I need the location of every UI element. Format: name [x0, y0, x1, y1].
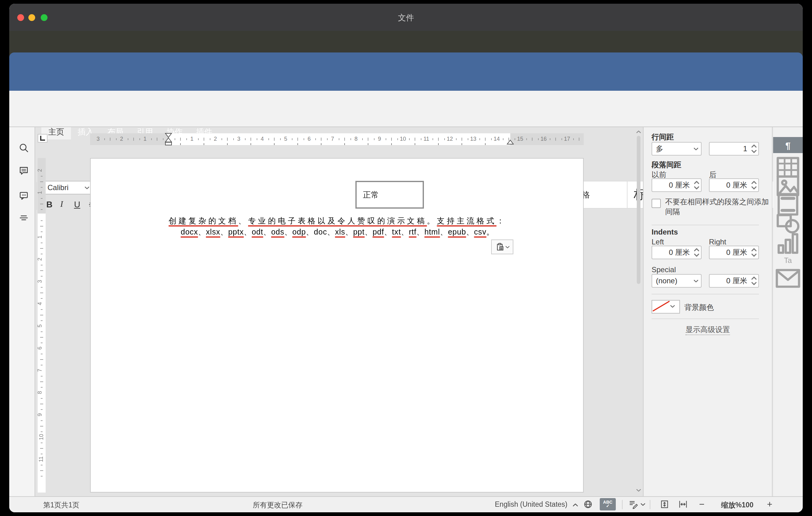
text-run: 。 — [486, 228, 494, 236]
special-value: (none) — [652, 277, 694, 285]
advanced-settings-link[interactable]: 显示高级设置 — [686, 325, 730, 335]
document-page[interactable]: 创建复杂的文档、专业的电子表格以及令人赞叹的演示文稿。支持主流格式： docx、… — [90, 158, 584, 492]
horizontal-ruler[interactable]: 3211234567891011121314151617 — [90, 133, 584, 145]
ruler-tick — [391, 138, 392, 141]
indent-markers-icon[interactable] — [165, 133, 172, 146]
spinner-icon[interactable] — [750, 248, 758, 257]
line-spacing-select[interactable]: 多 — [651, 142, 701, 155]
text-run: 、 — [345, 228, 353, 236]
comments-icon[interactable] — [19, 165, 29, 176]
ruler-number: 1 — [190, 136, 194, 142]
text-run: 、 — [384, 228, 392, 236]
line-spacing-amount[interactable]: 1 — [709, 142, 759, 155]
spacing-after-field[interactable]: 0 厘米 — [709, 178, 759, 192]
line-spacing-label: 行间距 — [651, 132, 674, 143]
zoom-out-button[interactable]: − — [699, 499, 705, 509]
divider — [651, 318, 759, 319]
ruler-tick — [40, 181, 43, 182]
spinner-icon[interactable] — [750, 180, 758, 190]
ruler-tick — [221, 138, 222, 140]
special-select[interactable]: (none) — [651, 274, 701, 288]
spinner-icon[interactable] — [692, 248, 701, 257]
scrollbar-thumb[interactable] — [637, 136, 640, 284]
ruler-number: 2 — [120, 136, 123, 142]
text-run: odp — [292, 228, 306, 236]
ruler-tick — [133, 138, 134, 141]
zoom-in-button[interactable]: + — [767, 499, 773, 509]
left-sidebar — [9, 127, 35, 496]
language-selector[interactable]: English (United States) — [495, 500, 567, 508]
ruler-tick — [40, 448, 43, 449]
text-run: 、 — [220, 228, 228, 236]
ruler-tick — [186, 138, 187, 140]
background-color-button[interactable] — [651, 300, 680, 314]
spacing-before-field[interactable]: 0 厘米 — [651, 178, 701, 192]
ruler-tick — [509, 138, 509, 141]
zoom-level[interactable]: 缩放%100 — [718, 500, 757, 510]
fit-page-icon[interactable] — [660, 499, 669, 509]
language-caret-icon — [573, 503, 578, 507]
ruler-tab-tick — [344, 143, 345, 145]
divider — [650, 500, 650, 509]
underline-button[interactable]: U — [72, 198, 82, 211]
macos-titlebar: 文件 — [9, 4, 803, 31]
search-icon[interactable] — [19, 143, 29, 153]
set-language-globe-icon[interactable] — [583, 499, 593, 509]
no-space-checkbox[interactable] — [651, 199, 661, 208]
ruler-tick — [327, 138, 327, 140]
ruler-tick — [315, 138, 316, 140]
ruler-number: 14 — [494, 136, 500, 142]
track-changes-caret-icon[interactable] — [640, 503, 645, 506]
spinner-icon[interactable] — [692, 180, 701, 190]
spellcheck-toggle[interactable]: ABC✓ — [600, 498, 616, 511]
ruler-tick — [561, 138, 562, 140]
ruler-number: 4 — [261, 136, 264, 142]
scroll-down-icon[interactable] — [636, 489, 641, 492]
tab-stop-selector[interactable] — [38, 134, 48, 143]
ruler-tick — [40, 381, 43, 382]
text-run: xlsx — [206, 228, 220, 236]
ruler-tick — [209, 138, 210, 140]
font-name-select[interactable]: Calibri — [43, 181, 94, 194]
ruler-tick — [350, 138, 351, 140]
navigation-icon[interactable] — [19, 213, 29, 224]
ruler-tick — [116, 138, 116, 140]
ruler-tick — [41, 276, 42, 277]
ruler-tab-tick — [462, 143, 462, 145]
indent-left-field[interactable]: 0 厘米 — [651, 246, 701, 259]
ruler-tick — [40, 204, 43, 204]
special-amount-field[interactable]: 0 厘米 — [709, 274, 759, 288]
document-paragraph[interactable]: 创建复杂的文档、专业的电子表格以及令人赞叹的演示文稿。支持主流格式： docx、… — [163, 216, 512, 238]
vertical-ruler[interactable]: 211234567891011 — [38, 158, 46, 492]
page-indicator[interactable]: 第1页共1页 — [43, 500, 80, 510]
ruler-tick — [180, 138, 181, 141]
ruler-tick — [40, 426, 43, 427]
ruler-tick — [280, 138, 281, 140]
special-label: Special — [651, 265, 676, 274]
fit-width-icon[interactable] — [678, 499, 688, 509]
right-indent-marker-icon[interactable] — [506, 140, 514, 145]
ruler-tab-tick — [391, 143, 392, 145]
chat-icon[interactable] — [19, 190, 29, 201]
ruler-tick — [420, 138, 421, 140]
ruler-tick — [41, 220, 42, 221]
ruler-tick — [41, 187, 42, 188]
bold-button[interactable]: B — [45, 198, 54, 211]
ruler-tick — [444, 138, 444, 140]
spinner-icon[interactable] — [750, 276, 758, 286]
track-changes-icon[interactable] — [628, 499, 638, 509]
italic-button[interactable]: I — [57, 198, 66, 211]
ruler-tick — [41, 476, 42, 477]
mailmerge-settings-tab[interactable] — [773, 270, 803, 286]
ruler-tick — [41, 298, 42, 299]
spinner-icon[interactable] — [750, 144, 758, 154]
ruler-tick — [573, 138, 574, 140]
ruler-tick — [41, 176, 42, 176]
indent-right-field[interactable]: 0 厘米 — [709, 246, 759, 259]
ruler-tick — [41, 420, 42, 421]
ruler-tick — [40, 226, 43, 227]
paste-options-button[interactable] — [491, 239, 513, 254]
scroll-up-icon[interactable] — [636, 130, 641, 133]
document-scrollbar[interactable] — [636, 128, 642, 494]
style-正常[interactable]: 正常 — [355, 181, 424, 209]
